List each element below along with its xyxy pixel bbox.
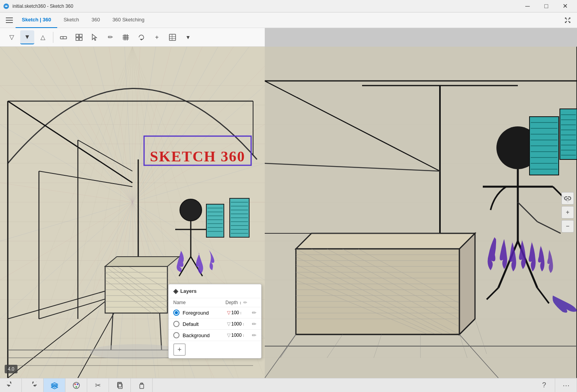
layer-edit-background[interactable]: ✏ <box>252 332 257 338</box>
svg-line-88 <box>0 202 132 280</box>
tool-cursor[interactable] <box>88 30 102 44</box>
layer-row-background[interactable]: Background ▽ 1000 ↕ ✏ <box>169 330 261 341</box>
tool-pen[interactable]: ✏ <box>103 30 117 44</box>
svg-rect-8 <box>76 38 79 40</box>
close-button[interactable]: ✕ <box>556 0 574 12</box>
svg-line-62 <box>0 202 132 319</box>
svg-line-79 <box>132 124 265 202</box>
svg-rect-119 <box>230 198 249 237</box>
tool-grid[interactable] <box>72 30 86 44</box>
svg-line-53 <box>132 47 156 202</box>
depth-value-default: 1000 <box>231 321 242 327</box>
tab-360sketching[interactable]: 360 Sketching <box>106 12 151 28</box>
maximize-button[interactable]: □ <box>537 0 555 12</box>
svg-line-63 <box>39 202 132 378</box>
rotate-icon <box>137 33 145 41</box>
svg-line-86 <box>58 202 132 378</box>
copy-icon <box>116 382 123 389</box>
layer-depth-background: ▽ 1000 ↕ <box>227 332 250 338</box>
tool-select-triangle[interactable]: ▽ <box>5 30 19 44</box>
svg-line-92 <box>8 101 132 183</box>
titlebar-left: initial.sketch360 - Sketch 360 <box>3 3 73 9</box>
minimize-button[interactable]: ─ <box>519 0 537 12</box>
add-layer-button[interactable]: + <box>173 343 186 356</box>
depth-icon-foreground: ▽ <box>227 310 230 315</box>
tab-360[interactable]: 360 <box>85 12 106 28</box>
palette-icon <box>72 382 80 389</box>
svg-line-144 <box>160 313 162 350</box>
grid2-icon <box>122 33 130 41</box>
svg-line-66 <box>132 202 156 378</box>
layer-edit-foreground[interactable]: ✏ <box>252 310 257 316</box>
svg-rect-3 <box>6 22 13 23</box>
layer-radio-default[interactable] <box>173 321 179 327</box>
svg-rect-111 <box>206 204 224 237</box>
tool-select-fill[interactable]: ▼ <box>20 30 34 44</box>
svg-line-48 <box>0 47 132 202</box>
tool-add[interactable]: + <box>150 30 164 44</box>
svg-line-74 <box>132 47 140 202</box>
expand-button[interactable] <box>561 14 574 26</box>
zoom-in-button[interactable]: + <box>561 206 574 219</box>
svg-line-57 <box>132 86 265 202</box>
layer-radio-background[interactable] <box>173 332 179 338</box>
layers-title: Layers <box>180 288 197 294</box>
paste-button[interactable] <box>131 378 153 392</box>
help-button[interactable]: ? <box>533 378 555 392</box>
svg-line-39 <box>53 47 132 378</box>
tab-app-name[interactable]: Sketch | 360 <box>16 12 57 28</box>
layers-icon <box>51 382 58 389</box>
svg-line-70 <box>16 47 132 202</box>
toolbar-separator-1 <box>53 32 53 43</box>
layer-depth-foreground: ▽ 100 ↕ <box>227 310 250 315</box>
layers-header: ◈ Layers <box>169 284 261 298</box>
svg-line-75 <box>132 47 171 202</box>
app-icon <box>3 3 9 9</box>
col-depth-label: Depth ↕ ✏ <box>225 300 257 305</box>
tool-table[interactable] <box>165 30 179 44</box>
layer-radio-foreground[interactable] <box>173 310 179 316</box>
layer-row-default[interactable]: Default ▽ 1000 ↕ ✏ <box>169 318 261 330</box>
tab-sketch[interactable]: Sketch <box>57 12 85 28</box>
paste-icon <box>138 382 145 389</box>
svg-line-142 <box>105 280 152 313</box>
copy-button[interactable] <box>109 378 131 392</box>
col-name-label: Name <box>173 300 225 305</box>
svg-line-50 <box>62 47 132 202</box>
layers-button[interactable] <box>44 378 65 392</box>
layer-row-foreground[interactable]: Foreground ▽ 100 ↕ ✏ <box>169 307 261 318</box>
cut-button[interactable]: ✂ <box>87 378 109 392</box>
undo-button[interactable] <box>0 378 22 392</box>
link-button[interactable] <box>561 192 574 205</box>
main-content: SKETCH 360 <box>0 47 577 378</box>
svg-line-110 <box>191 257 202 276</box>
svg-rect-129 <box>105 266 167 313</box>
more-button[interactable]: ⋯ <box>555 378 577 392</box>
tool-grid2[interactable] <box>119 30 133 44</box>
layer-name-foreground[interactable]: Foreground <box>183 310 227 316</box>
redo-button[interactable] <box>22 378 44 392</box>
hamburger-menu[interactable] <box>3 14 16 26</box>
tool-erase[interactable] <box>56 30 70 44</box>
svg-line-139 <box>117 266 167 301</box>
right-canvas[interactable]: + − <box>265 47 577 378</box>
svg-line-51 <box>93 47 132 202</box>
layer-name-default[interactable]: Default <box>183 321 227 327</box>
layers-panel: ◈ Layers Name Depth ↕ ✏ Foreground ▽ 100… <box>168 284 262 359</box>
bottom-toolbar: ✂ ? ⋯ <box>0 378 577 392</box>
zoom-out-button[interactable]: − <box>561 220 574 233</box>
tool-select-outline[interactable]: △ <box>36 30 50 44</box>
svg-rect-9 <box>79 38 82 40</box>
tool-rotate[interactable] <box>134 30 148 44</box>
svg-line-56 <box>132 47 249 202</box>
left-canvas[interactable]: SKETCH 360 <box>0 47 265 378</box>
layer-edit-default[interactable]: ✏ <box>252 321 257 327</box>
titlebar: initial.sketch360 - Sketch 360 ─ □ ✕ <box>0 0 577 12</box>
svg-line-40 <box>79 47 132 378</box>
svg-line-37 <box>0 47 132 378</box>
layer-name-background[interactable]: Background <box>183 332 227 338</box>
depth-icon-default: ▽ <box>227 321 230 327</box>
tool-more[interactable]: ▾ <box>181 30 195 44</box>
palette-button[interactable] <box>65 378 87 392</box>
svg-line-58 <box>0 124 132 202</box>
